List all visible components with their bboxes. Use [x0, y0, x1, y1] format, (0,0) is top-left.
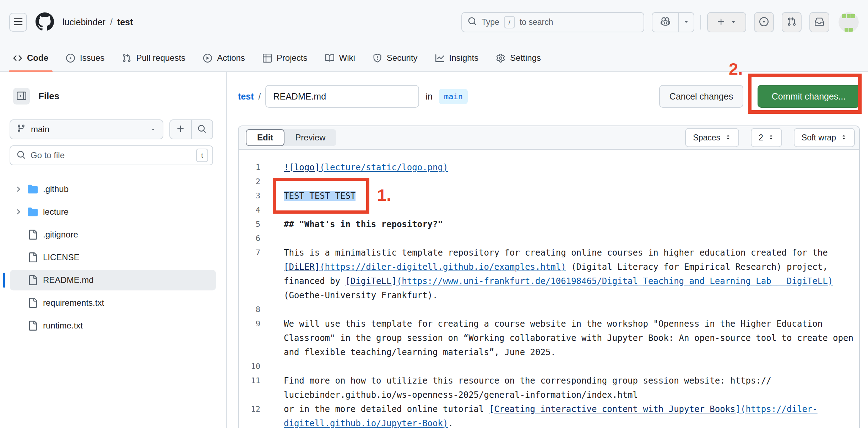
copilot-button[interactable]	[652, 12, 694, 32]
collapse-sidebar-button[interactable]	[13, 88, 30, 105]
github-logo[interactable]	[36, 12, 54, 32]
github-mark-icon	[36, 12, 54, 32]
tab-pull-requests[interactable]: Pull requests	[117, 44, 190, 71]
tab-settings[interactable]: Settings	[491, 44, 546, 71]
file-icon	[28, 321, 38, 331]
in-label: in	[425, 91, 432, 102]
code-line[interactable]: 12or in the more detailed online tutoria…	[239, 402, 859, 416]
tab-label: Wiki	[339, 53, 355, 63]
issues-header-button[interactable]	[754, 12, 774, 32]
line-number	[239, 274, 260, 288]
branch-selector[interactable]: main	[10, 119, 163, 139]
code-line[interactable]: 7This is a minimalistic template reposit…	[239, 246, 859, 260]
indent-size-select[interactable]: 2	[751, 128, 782, 147]
code-line[interactable]: 8	[239, 303, 859, 317]
file-row-requirements.txt[interactable]: requirements.txt	[10, 293, 216, 313]
code-line[interactable]: (Goethe-University Frankfurt).	[239, 288, 859, 303]
line-content	[260, 303, 284, 317]
tab-label: Insights	[449, 53, 479, 63]
code-line[interactable]: 6	[239, 231, 859, 246]
tab-security[interactable]: Security	[368, 44, 423, 71]
tab-edit[interactable]: Edit	[246, 129, 284, 146]
search-input[interactable]: Type / to search	[461, 12, 644, 32]
inbox-button[interactable]	[809, 12, 829, 32]
hamburger-menu-button[interactable]	[9, 13, 27, 32]
line-number: 7	[239, 246, 260, 260]
tab-insights[interactable]: Insights	[430, 44, 484, 71]
branch-badge: main	[439, 89, 468, 104]
branch-row: main	[10, 119, 213, 139]
code-line[interactable]: digitell.github.io/Jupyter-Book).	[239, 416, 859, 428]
file-icon	[28, 252, 38, 262]
issue-opened-icon	[759, 17, 769, 27]
global-header: luciebinder / test Type / to search	[0, 0, 868, 44]
file-row-.gitignore[interactable]: .gitignore	[10, 224, 216, 245]
tab-label: Issues	[80, 53, 104, 63]
code-line[interactable]: 5## "What's in this repository?"	[239, 217, 859, 231]
code-line[interactable]: 3TEST TEST TEST	[239, 189, 859, 203]
create-new-button[interactable]	[707, 12, 746, 32]
tab-preview[interactable]: Preview	[284, 129, 336, 146]
up-down-icon	[725, 133, 731, 143]
pull-requests-header-button[interactable]	[782, 12, 802, 32]
indent-mode-value: Spaces	[693, 133, 720, 143]
search-files-button[interactable]	[191, 120, 213, 139]
line-content	[260, 175, 284, 189]
code-editor[interactable]: 1![logo](lecture/static/logo.png)23TEST …	[239, 150, 859, 428]
line-number	[239, 345, 260, 359]
go-to-file-input[interactable]	[31, 150, 191, 160]
line-number: 11	[239, 374, 260, 388]
code-line[interactable]: 1![logo](lecture/static/logo.png)	[239, 160, 859, 175]
chevron-right-icon	[14, 185, 23, 193]
breadcrumb-owner[interactable]: luciebinder	[63, 17, 105, 27]
folder-row-.github[interactable]: .github	[10, 179, 216, 199]
line-number	[239, 331, 260, 345]
file-tree: .githublecture.gitignoreLICENSEREADME.md…	[0, 179, 226, 336]
code-line[interactable]: 9We will use this template for creating …	[239, 317, 859, 331]
code-line[interactable]: [DiLER](https://diler-digitell.github.io…	[239, 260, 859, 274]
wrap-mode-select[interactable]: Soft wrap	[794, 128, 855, 147]
line-content: ## "What's in this repository?"	[260, 217, 443, 231]
tree-item-label: runtime.txt	[43, 321, 83, 331]
file-row-runtime.txt[interactable]: runtime.txt	[10, 315, 216, 336]
tab-label: Actions	[217, 53, 245, 63]
edit-preview-tabs: Edit Preview	[246, 129, 336, 146]
tab-wiki[interactable]: Wiki	[320, 44, 360, 71]
filename-input[interactable]	[265, 85, 419, 108]
git-branch-icon	[17, 124, 26, 135]
code-line[interactable]: luciebinder.github.io/ws-openness-2025/g…	[239, 388, 859, 402]
copilot-icon	[661, 17, 670, 28]
line-number	[239, 388, 260, 402]
code-line[interactable]: financed by [DigiTeLL](https://www.uni-f…	[239, 274, 859, 288]
go-to-file-box: t	[10, 145, 213, 165]
file-row-LICENSE[interactable]: LICENSE	[10, 247, 216, 268]
tab-issues[interactable]: Issues	[61, 44, 109, 71]
avatar[interactable]	[839, 12, 859, 32]
code-line[interactable]: 4	[239, 203, 859, 217]
breadcrumb-repo[interactable]: test	[117, 17, 133, 27]
line-number	[239, 260, 260, 274]
file-row-README.md[interactable]: README.md	[10, 270, 216, 290]
line-number	[239, 416, 260, 428]
code-line[interactable]: 2	[239, 175, 859, 189]
issue-opened-icon	[66, 54, 75, 63]
repo-nav: CodeIssuesPull requestsActionsProjectsWi…	[0, 44, 868, 72]
table-icon	[263, 54, 272, 63]
tab-actions[interactable]: Actions	[198, 44, 250, 71]
commit-changes-button[interactable]: Commit changes...	[758, 85, 860, 108]
code-line[interactable]: 11Find more on how to utilizie this reso…	[239, 374, 859, 388]
tab-projects[interactable]: Projects	[258, 44, 313, 71]
code-line[interactable]: and flexible teaching/learning materials…	[239, 345, 859, 359]
cancel-changes-button[interactable]: Cancel changes	[659, 85, 743, 108]
inbox-icon	[815, 17, 824, 27]
repo-root-link[interactable]: test	[238, 91, 254, 102]
line-content: financed by [DigiTeLL](https://www.uni-f…	[260, 274, 833, 288]
folder-row-lecture[interactable]: lecture	[10, 202, 216, 222]
code-line[interactable]: 10	[239, 359, 859, 374]
code-line[interactable]: Classroom" in the group session on “Work…	[239, 331, 859, 345]
add-file-button[interactable]	[170, 120, 191, 139]
indent-mode-select[interactable]: Spaces	[685, 128, 739, 147]
line-content: Find more on how to utilizie this resour…	[260, 374, 771, 388]
tab-code[interactable]: Code	[8, 44, 53, 71]
line-number: 8	[239, 303, 260, 317]
